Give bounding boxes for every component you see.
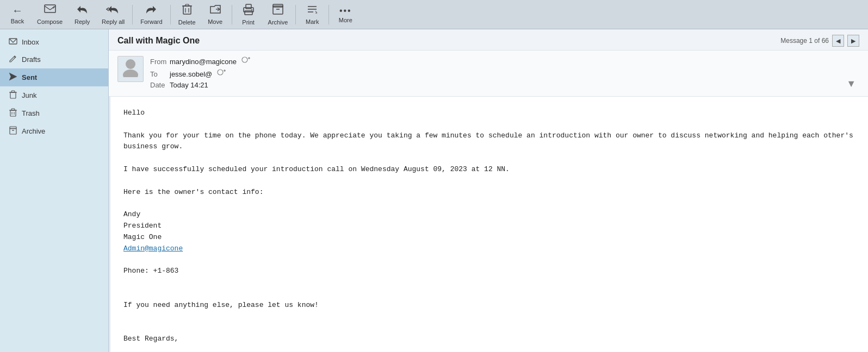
- move-button[interactable]: Move: [202, 2, 228, 27]
- sent-icon: [9, 72, 17, 83]
- avatar: [117, 56, 144, 82]
- next-message-button[interactable]: ▶: [847, 35, 859, 47]
- svg-rect-26: [10, 110, 16, 116]
- mark-button[interactable]: Mark: [299, 2, 325, 27]
- back-button[interactable]: ← Back: [4, 2, 30, 27]
- email-body: Hello Thank you for your time on the pho…: [109, 97, 868, 352]
- svg-rect-6: [185, 4, 189, 6]
- delete-icon: [182, 3, 193, 18]
- reply-all-icon: [106, 4, 120, 17]
- reply-icon: [76, 4, 88, 17]
- drafts-icon: [9, 54, 17, 65]
- back-icon: ←: [12, 4, 23, 17]
- prev-message-button[interactable]: ◀: [832, 35, 844, 47]
- svg-rect-10: [245, 11, 252, 15]
- compose-button[interactable]: + Compose: [33, 2, 67, 27]
- inbox-icon: [9, 37, 17, 47]
- from-label: From: [150, 58, 170, 66]
- body-line-best-regards: Best Regards,: [123, 334, 855, 345]
- email-dropdown-button[interactable]: ▼: [843, 77, 859, 91]
- reply-label: Reply: [75, 18, 90, 25]
- svg-point-39: [218, 70, 223, 75]
- move-label: Move: [208, 18, 222, 25]
- svg-rect-11: [246, 4, 251, 9]
- to-row: To jesse.sobel@: [150, 68, 836, 79]
- svg-point-13: [251, 9, 252, 10]
- from-value: marydino@magicone: [170, 58, 237, 66]
- body-line-magic-one: Magic One: [123, 232, 855, 243]
- svg-point-36: [242, 57, 247, 62]
- svg-rect-28: [11, 109, 15, 110]
- drafts-label: Drafts: [22, 55, 41, 64]
- from-row: From marydino@magicone: [150, 56, 836, 67]
- print-label: Print: [242, 19, 255, 26]
- mark-icon: [306, 4, 318, 17]
- add-recipient-button[interactable]: [216, 68, 226, 79]
- message-nav-text: Message 1 of 66: [780, 37, 829, 45]
- forward-button[interactable]: Forward: [136, 2, 166, 27]
- separator-4: [295, 5, 296, 24]
- date-value: Today 14:21: [170, 81, 208, 89]
- reply-button[interactable]: Reply: [69, 2, 95, 27]
- archive-sidebar-label: Archive: [22, 127, 45, 135]
- sidebar-item-drafts[interactable]: Drafts: [0, 51, 108, 68]
- print-icon: [243, 3, 255, 18]
- mark-label: Mark: [306, 18, 319, 25]
- to-label: To: [150, 70, 170, 78]
- avatar-icon: [122, 58, 139, 81]
- separator-5: [328, 5, 329, 24]
- delete-button[interactable]: Delete: [174, 1, 200, 28]
- separator-3: [232, 5, 232, 24]
- archive-button[interactable]: Archive: [264, 1, 293, 28]
- reply-all-button[interactable]: Reply all: [97, 2, 129, 27]
- svg-point-34: [126, 59, 135, 69]
- delete-label: Delete: [178, 19, 196, 26]
- forward-label: Forward: [140, 18, 162, 25]
- more-button[interactable]: ••• More: [332, 4, 358, 26]
- svg-rect-23: [10, 92, 16, 98]
- sidebar-item-archive[interactable]: Archive: [0, 122, 108, 140]
- sidebar-item-sent[interactable]: Sent: [0, 68, 108, 86]
- body-line-andy: Andy: [123, 209, 855, 221]
- archive-sidebar-icon: [9, 126, 17, 136]
- body-line-hello: Hello: [123, 108, 855, 119]
- trash-label: Trash: [22, 109, 40, 117]
- toolbar: ← Back + Compose Reply Reply all Forward…: [0, 0, 868, 29]
- trash-icon: [9, 108, 17, 118]
- admin-email-link[interactable]: Admin@magicone: [123, 244, 183, 253]
- date-row: Date Today 14:21: [150, 81, 836, 89]
- archive-icon: [272, 3, 284, 18]
- body-line-thank-you: Thank you for your time on the phone tod…: [123, 130, 855, 153]
- email-body-area: Hello Thank you for your time on the pho…: [109, 97, 868, 352]
- svg-text:+: +: [52, 5, 55, 10]
- compose-label: Compose: [37, 18, 63, 25]
- junk-icon: [9, 90, 17, 100]
- junk-label: Junk: [22, 91, 36, 99]
- svg-rect-25: [11, 91, 15, 92]
- forward-icon: [145, 4, 157, 17]
- more-label: More: [339, 17, 352, 23]
- sidebar-item-inbox[interactable]: Inbox: [0, 34, 108, 51]
- to-value: jesse.sobel@: [170, 70, 212, 78]
- body-line-need-anything: If you need anything else, please let us…: [123, 300, 855, 311]
- body-line-scheduled: I have successfully scheduled your intro…: [123, 164, 855, 175]
- sidebar-item-junk[interactable]: Junk: [0, 86, 108, 104]
- svg-rect-4: [183, 6, 191, 14]
- svg-point-35: [123, 70, 138, 77]
- print-button[interactable]: Print: [235, 1, 262, 28]
- main-layout: Inbox Drafts Sent Junk Trash: [0, 29, 868, 352]
- sidebar-item-trash[interactable]: Trash: [0, 104, 108, 122]
- email-subject: Call with Magic One: [117, 36, 200, 46]
- meta-fields: From marydino@magicone To jesse.sobel@ D…: [150, 56, 836, 91]
- add-sender-button[interactable]: [241, 56, 251, 67]
- move-icon: [209, 4, 221, 17]
- body-line-president: President: [123, 221, 855, 232]
- email-header-bar: Call with Magic One Message 1 of 66 ◀ ▶: [109, 29, 868, 51]
- inbox-label: Inbox: [22, 38, 39, 46]
- reply-all-label: Reply all: [102, 18, 125, 25]
- separator-2: [170, 5, 171, 24]
- email-meta: From marydino@magicone To jesse.sobel@ D…: [109, 51, 868, 97]
- svg-marker-22: [9, 73, 17, 80]
- body-line-phone: Phone: +1-863: [123, 266, 855, 277]
- email-content: Call with Magic One Message 1 of 66 ◀ ▶: [109, 29, 868, 352]
